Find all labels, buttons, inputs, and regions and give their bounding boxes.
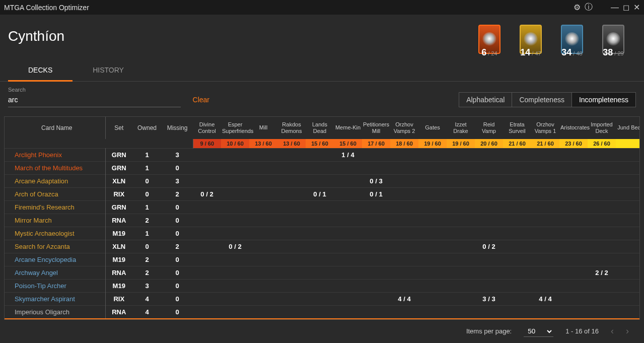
table-row[interactable]: Arclight PhoenixGRN131 / 4 [5, 148, 640, 161]
table-row[interactable]: Arch of OrazcaRIX020 / 20 / 10 / 1 [5, 187, 640, 200]
header-set[interactable]: Set [105, 117, 132, 139]
search-input[interactable] [8, 93, 181, 107]
cell-owned: 2 [132, 266, 162, 279]
next-page-icon[interactable]: › [626, 326, 629, 336]
info-icon[interactable]: ⓘ [585, 2, 593, 13]
card-name[interactable]: Skymarcher Aspirant [5, 292, 105, 305]
header-deck[interactable]: Orzhov Vamps 1 [531, 117, 559, 139]
table-row[interactable]: Poison-Tip ArcherM1930 [5, 279, 640, 292]
header-deck[interactable]: Lands Dead [306, 117, 334, 139]
deck-cell [306, 279, 334, 292]
header-card-name[interactable]: Card Name [5, 117, 105, 139]
deck-cell [390, 240, 418, 253]
deck-cell [616, 161, 640, 174]
table-row[interactable]: Archway AngelRNA202 / 2 [5, 266, 640, 279]
deck-cell [531, 227, 559, 240]
deck-cell [559, 148, 588, 161]
table-row[interactable]: Mirror MarchRNA20 [5, 214, 640, 227]
deck-progress: 26 / 60 [588, 139, 616, 148]
header-deck[interactable]: Meme-Kin [334, 117, 362, 139]
items-per-page-select[interactable]: 50 [524, 326, 553, 337]
table-row[interactable]: Mystic ArchaeologistM1910 [5, 227, 640, 240]
header-deck[interactable]: Orzhov Vamps 2 [390, 117, 418, 139]
prev-page-icon[interactable]: ‹ [611, 326, 614, 336]
table-row[interactable]: Imperious OligarchRNA40 [5, 305, 640, 319]
header-deck[interactable]: Aristocrates [559, 117, 588, 139]
sort-incompleteness[interactable]: Incompleteness [571, 93, 635, 107]
card-name[interactable]: Search for Azcanta [5, 240, 105, 253]
header-deck[interactable]: Etrata Surveil [503, 117, 531, 139]
deck-cell [306, 161, 334, 174]
maximize-icon[interactable]: ◻ [623, 3, 629, 12]
header-deck[interactable]: Gates [418, 117, 447, 139]
gear-icon[interactable]: ⚙ [574, 3, 581, 12]
deck-cell [334, 200, 362, 214]
deck-cell [390, 187, 418, 200]
close-icon[interactable]: ✕ [633, 3, 640, 12]
deck-cell [306, 240, 334, 253]
card-name[interactable]: Archway Angel [5, 266, 105, 279]
table-row[interactable]: March of the MultitudesGRN10 [5, 161, 640, 174]
table-row[interactable]: Search for AzcantaXLN020 / 20 / 2 [5, 240, 640, 253]
deck-cell [531, 200, 559, 214]
deck-cell [362, 305, 390, 319]
deck-cell [193, 148, 221, 161]
deck-cell [221, 174, 249, 187]
cell-owned: 4 [132, 305, 162, 319]
header-deck[interactable]: Esper Superfriends [221, 117, 249, 139]
header-deck[interactable]: Divine Control [193, 117, 221, 139]
card-name[interactable]: Arclight Phoenix [5, 148, 105, 161]
sort-completeness[interactable]: Completeness [512, 93, 571, 107]
card-name[interactable]: Firemind's Research [5, 200, 105, 214]
deck-cell [616, 174, 640, 187]
deck-cell [447, 148, 475, 161]
header-deck[interactable]: Izzet Drake [447, 117, 475, 139]
cell-owned: 0 [132, 240, 162, 253]
deck-cell [588, 227, 616, 240]
header-deck[interactable]: Reid Vamp [475, 117, 503, 139]
card-name[interactable]: Imperious Oligarch [5, 305, 105, 319]
card-name[interactable]: Arch of Orazca [5, 187, 105, 200]
table-row[interactable]: Arcane EncyclopediaM1920 [5, 253, 640, 266]
header-deck[interactable]: Imported Deck [588, 117, 616, 139]
deck-cell [334, 187, 362, 200]
deck-cell [306, 292, 334, 305]
sort-alpha[interactable]: Alphabetical [459, 93, 512, 107]
cell-set: M19 [105, 253, 132, 266]
table-row[interactable]: Firemind's ResearchGRN10 [5, 200, 640, 214]
header-missing[interactable]: Missing [162, 117, 193, 139]
tab-history[interactable]: HISTORY [73, 59, 144, 81]
deck-cell: 0 / 2 [193, 187, 221, 200]
table-row[interactable]: Arcane AdaptationXLN030 / 3 [5, 174, 640, 187]
clear-button[interactable]: Clear [193, 96, 209, 104]
deck-cell [249, 240, 277, 253]
deck-cell [390, 200, 418, 214]
deck-cell [616, 200, 640, 214]
deck-cell [447, 240, 475, 253]
deck-cell [447, 279, 475, 292]
deck-cell [249, 200, 277, 214]
tab-decks[interactable]: DECKS [8, 59, 73, 81]
card-name[interactable]: Arcane Encyclopedia [5, 253, 105, 266]
deck-cell [503, 161, 531, 174]
card-name[interactable]: Mirror March [5, 214, 105, 227]
table-row[interactable]: Skymarcher AspirantRIX404 / 43 / 34 / 4 [5, 292, 640, 305]
deck-cell [531, 148, 559, 161]
card-name[interactable]: March of the Multitudes [5, 161, 105, 174]
header-owned[interactable]: Owned [132, 117, 162, 139]
header-deck[interactable]: Jund Beat [616, 117, 640, 139]
deck-cell [447, 266, 475, 279]
deck-cell [418, 174, 447, 187]
cell-owned: 3 [132, 279, 162, 292]
header-deck[interactable]: Mill [249, 117, 277, 139]
header-deck[interactable]: Petitioners Mill [362, 117, 390, 139]
deck-cell [277, 253, 306, 266]
cell-set: GRN [105, 200, 132, 214]
card-name[interactable]: Poison-Tip Archer [5, 279, 105, 292]
wildcard-uncommon: 34 / 48 [554, 19, 590, 54]
minimize-icon[interactable]: — [611, 3, 619, 12]
card-name[interactable]: Arcane Adaptation [5, 174, 105, 187]
deck-cell [362, 148, 390, 161]
header-deck[interactable]: Rakdos Demons [277, 117, 306, 139]
card-name[interactable]: Mystic Archaeologist [5, 227, 105, 240]
